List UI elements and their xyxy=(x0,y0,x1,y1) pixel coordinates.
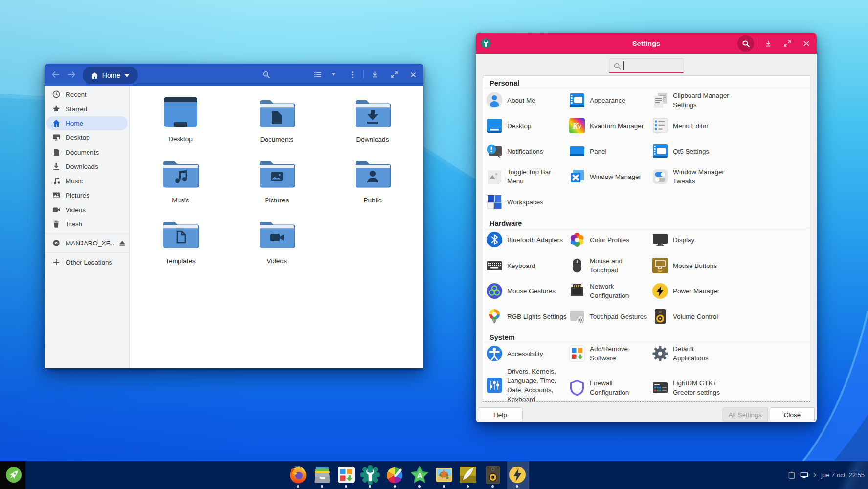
svg-text:A: A xyxy=(417,471,422,479)
svg-text:Kv: Kv xyxy=(572,122,582,130)
